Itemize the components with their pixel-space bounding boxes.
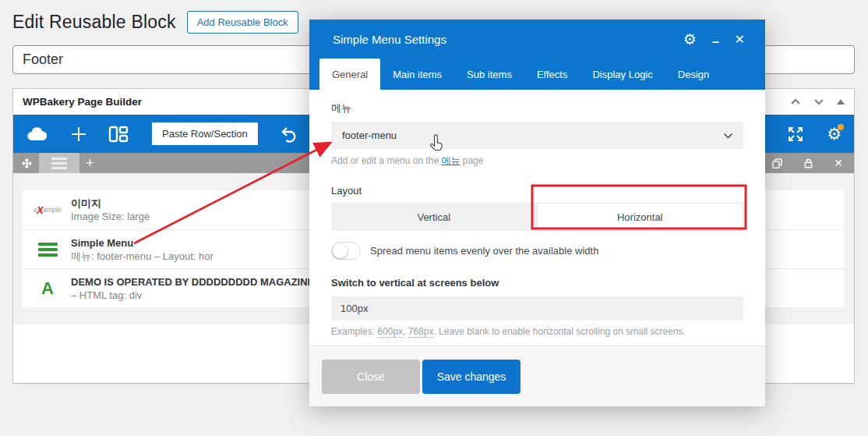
paste-row-section-button[interactable]: Paste Row/Section xyxy=(152,122,258,145)
element-title: DEMO IS OPERATED BY DDDDDDDDD MAGAZINE xyxy=(71,276,314,288)
menu-select-value: footer-menu xyxy=(342,129,397,141)
lock-icon[interactable] xyxy=(803,158,813,169)
hamburger-icon xyxy=(51,158,67,160)
text-block-icon: A xyxy=(34,280,62,297)
modal-body: 메뉴 footer-menu Add or edit a menu on the… xyxy=(309,90,765,346)
modal-gear-icon[interactable]: ⚙ xyxy=(683,32,697,47)
toggle-knob xyxy=(333,243,348,258)
spread-toggle-label: Spread menu items evenly over the availa… xyxy=(370,245,598,257)
page-header: Edit Reusable Block Add Reusable Block xyxy=(12,11,298,34)
layout-option-horizontal[interactable]: Horizontal xyxy=(537,203,744,231)
save-changes-button[interactable]: Save changes xyxy=(422,360,520,394)
menu-field-help: Add or edit a menu on the 메뉴 page xyxy=(331,154,743,168)
add-reusable-block-button[interactable]: Add Reusable Block xyxy=(187,11,298,34)
modal-tab-bar: General Main items Sub items Effects Dis… xyxy=(309,58,765,90)
tab-design[interactable]: Design xyxy=(665,58,722,90)
tab-main-items[interactable]: Main items xyxy=(380,58,454,90)
layout-button-group: Vertical Horizontal xyxy=(331,203,743,231)
element-subtitle: 메뉴: footer-menu – Layout: hor xyxy=(71,250,213,262)
element-subtitle: – HTML tag: div xyxy=(71,289,314,301)
move-up-icon[interactable] xyxy=(790,98,801,105)
help-text: Examples: xyxy=(331,326,377,337)
simple-menu-settings-modal: Simple Menu Settings ⚙ – ✕ General Main … xyxy=(309,19,765,406)
spread-toggle-row: Spread menu items evenly over the availa… xyxy=(331,242,743,260)
minimize-icon[interactable]: – xyxy=(712,33,719,45)
menu-icon xyxy=(34,243,62,257)
green-hamburger-icon xyxy=(38,243,58,246)
example-768px: 768px xyxy=(408,326,434,338)
example-600px: 600px xyxy=(377,326,403,338)
help-text: . Leave blank to enable horizontal scrol… xyxy=(433,326,686,337)
fullscreen-icon[interactable] xyxy=(786,125,805,144)
close-icon[interactable]: ✕ xyxy=(735,32,745,47)
move-row-icon[interactable] xyxy=(21,158,33,169)
layout-option-vertical[interactable]: Vertical xyxy=(331,203,537,231)
menu-page-link[interactable]: 메뉴 xyxy=(441,155,460,166)
move-down-icon[interactable] xyxy=(813,98,824,105)
page-title: Edit Reusable Block xyxy=(12,12,176,33)
close-button[interactable]: Close xyxy=(322,360,420,394)
element-title: 이미지 xyxy=(71,197,150,209)
chevron-down-icon xyxy=(723,133,733,139)
tab-effects[interactable]: Effects xyxy=(524,58,580,90)
tab-display-logic[interactable]: Display Logic xyxy=(580,58,665,90)
undo-icon[interactable] xyxy=(278,125,298,144)
templates-icon[interactable] xyxy=(108,126,129,143)
switch-field-label: Switch to vertical at screens below xyxy=(331,277,743,289)
add-element-icon[interactable] xyxy=(69,125,88,144)
collapse-panel-icon[interactable] xyxy=(837,99,845,105)
modal-header[interactable]: Simple Menu Settings ⚙ – ✕ xyxy=(309,19,765,58)
element-title: Simple Menu xyxy=(71,237,213,249)
cloud-templates-icon[interactable] xyxy=(26,126,49,143)
add-column-icon[interactable]: + xyxy=(86,156,94,170)
help-text: Add or edit a menu on the xyxy=(331,155,441,166)
wpbakery-panel-title: WPBakery Page Builder xyxy=(23,96,142,108)
row-layout-icon[interactable] xyxy=(39,153,79,173)
delete-row-icon[interactable]: ✕ xyxy=(834,157,843,169)
notification-dot xyxy=(838,124,844,130)
tab-general[interactable]: General xyxy=(319,58,380,90)
settings-gear-icon[interactable]: ⚙ xyxy=(827,126,842,142)
image-thumbnail: eXample xyxy=(34,201,62,218)
letter-a-icon: A xyxy=(41,280,54,297)
thumb-text: ample xyxy=(43,206,62,214)
switch-field-help: Examples: 600px, 768px. Leave blank to e… xyxy=(331,326,743,337)
clone-row-icon[interactable] xyxy=(771,158,783,169)
switch-width-input[interactable] xyxy=(331,296,743,321)
layout-field-label: Layout xyxy=(331,185,743,197)
menu-select[interactable]: footer-menu xyxy=(331,122,743,149)
tab-sub-items[interactable]: Sub items xyxy=(454,58,524,90)
element-subtitle: Image Size: large xyxy=(71,211,150,222)
modal-title: Simple Menu Settings xyxy=(333,33,446,46)
menu-field-label: 메뉴 xyxy=(331,101,743,115)
help-text: page xyxy=(460,155,483,166)
spread-toggle-switch[interactable] xyxy=(331,242,361,260)
help-text: , xyxy=(403,326,408,337)
modal-footer: Close Save changes xyxy=(309,346,765,406)
